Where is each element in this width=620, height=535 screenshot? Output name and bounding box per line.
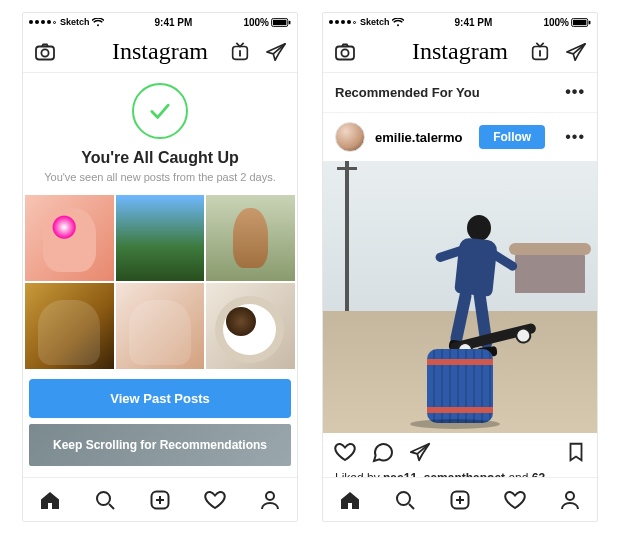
status-battery: 100% [543,17,591,28]
igtv-icon[interactable] [229,41,251,63]
carrier-label: Sketch [360,17,390,27]
feed-content[interactable]: You're All Caught Up You've seen all new… [23,73,297,477]
keep-scrolling-banner[interactable]: Keep Scrolling for Recommendations [29,424,291,466]
comment-icon[interactable] [371,440,395,464]
post-image[interactable] [323,161,597,433]
svg-rect-2 [289,20,291,24]
home-icon[interactable] [338,488,362,512]
bottom-nav [323,477,597,521]
topbar-right [527,41,587,63]
activity-icon[interactable] [503,488,527,512]
direct-icon[interactable] [565,41,587,63]
view-past-posts-button[interactable]: View Past Posts [29,379,291,418]
camera-icon[interactable] [333,40,357,64]
caught-up-sub: You've seen all new posts from the past … [44,171,276,183]
bottom-nav [23,477,297,521]
feed-content[interactable]: Recommended For You ••• emilie.talermo F… [323,73,597,477]
svg-rect-14 [589,20,591,24]
save-icon[interactable] [565,441,587,463]
new-post-icon[interactable] [148,488,172,512]
avatar[interactable] [335,122,365,152]
recommended-label: Recommended For You [335,85,480,100]
grid-tile[interactable] [206,195,295,281]
follow-button[interactable]: Follow [479,125,545,149]
svg-rect-3 [36,46,54,59]
svg-line-7 [109,504,114,509]
instagram-logo[interactable]: Instagram [412,38,508,65]
status-bar: Sketch 9:41 PM 100% [23,13,297,31]
instagram-logo[interactable]: Instagram [112,38,208,65]
svg-line-19 [409,504,414,509]
svg-rect-13 [573,19,587,24]
caught-up-card: You're All Caught Up You've seen all new… [23,73,297,195]
status-bar: Sketch 9:41 PM 100% [323,13,597,31]
liker-2[interactable]: samanthapoet [424,471,505,477]
liker-1[interactable]: nae11 [383,471,417,477]
phone-right: Sketch 9:41 PM 100% Instagram Recommende… [322,12,598,522]
status-signal: Sketch [329,17,404,27]
share-icon[interactable] [409,441,431,463]
status-battery: 100% [243,17,291,28]
topbar-right [227,41,287,63]
recommended-header: Recommended For You ••• [323,73,597,113]
search-icon[interactable] [393,488,417,512]
grid-tile[interactable] [116,195,205,281]
top-bar: Instagram [23,31,297,73]
svg-point-4 [41,49,48,56]
past-posts-grid [23,195,297,369]
profile-icon[interactable] [258,488,282,512]
top-bar: Instagram [323,31,597,73]
post-actions [323,433,597,471]
battery-pct: 100% [243,17,269,28]
checkmark-icon [132,83,188,139]
grid-tile[interactable] [25,195,114,281]
camera-icon[interactable] [33,40,57,64]
activity-icon[interactable] [203,488,227,512]
post-more-icon[interactable]: ••• [565,135,585,140]
grid-tile[interactable] [25,283,114,369]
carrier-label: Sketch [60,17,90,27]
direct-icon[interactable] [265,41,287,63]
more-icon[interactable]: ••• [565,90,585,95]
topbar-left [33,40,93,64]
wifi-icon [392,18,404,27]
topbar-left [333,40,393,64]
igtv-icon[interactable] [529,41,551,63]
home-icon[interactable] [38,488,62,512]
svg-point-16 [341,49,348,56]
phone-left: Sketch 9:41 PM 100% Instagram [22,12,298,522]
svg-point-23 [566,492,574,500]
username-label[interactable]: emilie.talermo [375,130,469,145]
liked-prefix: Liked by [335,471,383,477]
svg-rect-1 [273,19,287,24]
new-post-icon[interactable] [448,488,472,512]
svg-point-18 [397,492,410,505]
status-signal: Sketch [29,17,104,27]
wifi-icon [92,18,104,27]
like-icon[interactable] [333,440,357,464]
post-author-row: emilie.talermo Follow ••• [323,113,597,161]
likes-row[interactable]: Liked by nae11, samanthapoet and 63 othe… [323,471,597,477]
grid-tile[interactable] [116,283,205,369]
battery-pct: 100% [543,17,569,28]
svg-rect-15 [336,46,354,59]
status-time: 9:41 PM [404,17,544,28]
svg-point-6 [97,492,110,505]
grid-tile[interactable] [206,283,295,369]
caught-up-title: You're All Caught Up [81,149,239,167]
svg-point-11 [266,492,274,500]
search-icon[interactable] [93,488,117,512]
profile-icon[interactable] [558,488,582,512]
status-time: 9:41 PM [104,17,244,28]
